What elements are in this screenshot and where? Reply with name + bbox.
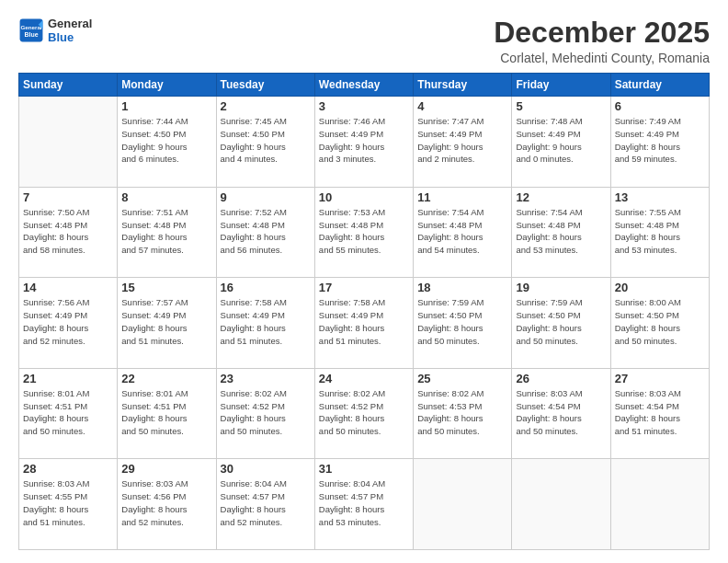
calendar-cell: 3Sunrise: 7:46 AM Sunset: 4:49 PM Daylig… <box>314 97 413 188</box>
calendar-cell: 7Sunrise: 7:50 AM Sunset: 4:48 PM Daylig… <box>19 187 118 278</box>
day-info: Sunrise: 7:46 AM Sunset: 4:49 PM Dayligh… <box>319 115 409 166</box>
calendar-cell: 11Sunrise: 7:54 AM Sunset: 4:48 PM Dayli… <box>414 187 512 278</box>
calendar-week-row: 28Sunrise: 8:03 AM Sunset: 4:55 PM Dayli… <box>19 459 710 550</box>
calendar-cell: 20Sunrise: 8:00 AM Sunset: 4:50 PM Dayli… <box>610 278 709 369</box>
day-number: 15 <box>121 281 211 294</box>
day-number: 21 <box>23 372 113 385</box>
weekday-header: Friday <box>512 74 610 97</box>
day-info: Sunrise: 7:44 AM Sunset: 4:50 PM Dayligh… <box>121 115 211 166</box>
calendar-cell: 17Sunrise: 7:58 AM Sunset: 4:49 PM Dayli… <box>314 278 413 369</box>
calendar-cell: 22Sunrise: 8:01 AM Sunset: 4:51 PM Dayli… <box>118 368 216 459</box>
day-info: Sunrise: 7:52 AM Sunset: 4:48 PM Dayligh… <box>221 206 311 257</box>
calendar-cell: 2Sunrise: 7:45 AM Sunset: 4:50 PM Daylig… <box>216 97 314 188</box>
svg-text:Blue: Blue <box>24 31 38 38</box>
calendar-cell: 12Sunrise: 7:54 AM Sunset: 4:48 PM Dayli… <box>512 187 610 278</box>
calendar-cell <box>512 459 610 550</box>
day-number: 1 <box>121 99 211 113</box>
day-number: 29 <box>121 462 211 476</box>
logo: General Blue General Blue <box>18 17 92 44</box>
calendar-week-row: 21Sunrise: 8:01 AM Sunset: 4:51 PM Dayli… <box>19 368 710 459</box>
day-number: 31 <box>319 462 409 476</box>
day-number: 11 <box>417 190 507 204</box>
day-number: 14 <box>23 281 113 294</box>
calendar-cell: 28Sunrise: 8:03 AM Sunset: 4:55 PM Dayli… <box>19 459 118 550</box>
weekday-header: Monday <box>118 74 216 97</box>
day-info: Sunrise: 8:04 AM Sunset: 4:57 PM Dayligh… <box>319 477 409 528</box>
weekday-header-row: SundayMondayTuesdayWednesdayThursdayFrid… <box>19 74 710 97</box>
calendar-cell: 9Sunrise: 7:52 AM Sunset: 4:48 PM Daylig… <box>216 187 314 278</box>
day-info: Sunrise: 8:03 AM Sunset: 4:54 PM Dayligh… <box>516 387 606 438</box>
calendar-cell: 5Sunrise: 7:48 AM Sunset: 4:49 PM Daylig… <box>512 97 610 188</box>
calendar-cell: 18Sunrise: 7:59 AM Sunset: 4:50 PM Dayli… <box>414 278 512 369</box>
calendar-cell: 24Sunrise: 8:02 AM Sunset: 4:52 PM Dayli… <box>314 368 413 459</box>
calendar-cell: 21Sunrise: 8:01 AM Sunset: 4:51 PM Dayli… <box>19 368 118 459</box>
calendar-week-row: 1Sunrise: 7:44 AM Sunset: 4:50 PM Daylig… <box>19 97 710 188</box>
day-info: Sunrise: 8:01 AM Sunset: 4:51 PM Dayligh… <box>121 387 211 438</box>
calendar-cell: 4Sunrise: 7:47 AM Sunset: 4:49 PM Daylig… <box>414 97 512 188</box>
logo-icon: General Blue <box>18 17 44 43</box>
day-info: Sunrise: 8:02 AM Sunset: 4:53 PM Dayligh… <box>417 387 507 438</box>
calendar-cell: 30Sunrise: 8:04 AM Sunset: 4:57 PM Dayli… <box>216 459 314 550</box>
day-number: 28 <box>23 462 113 476</box>
calendar-cell: 15Sunrise: 7:57 AM Sunset: 4:49 PM Dayli… <box>118 278 216 369</box>
day-number: 4 <box>417 99 507 113</box>
day-info: Sunrise: 7:58 AM Sunset: 4:49 PM Dayligh… <box>319 296 409 347</box>
day-info: Sunrise: 8:04 AM Sunset: 4:57 PM Dayligh… <box>221 477 311 528</box>
calendar-cell: 19Sunrise: 7:59 AM Sunset: 4:50 PM Dayli… <box>512 278 610 369</box>
day-info: Sunrise: 7:51 AM Sunset: 4:48 PM Dayligh… <box>121 206 211 257</box>
day-info: Sunrise: 8:03 AM Sunset: 4:54 PM Dayligh… <box>615 387 705 438</box>
weekday-header: Wednesday <box>314 74 413 97</box>
day-number: 23 <box>221 372 311 385</box>
calendar-cell: 6Sunrise: 7:49 AM Sunset: 4:49 PM Daylig… <box>610 97 709 188</box>
weekday-header: Sunday <box>19 74 118 97</box>
calendar-cell: 26Sunrise: 8:03 AM Sunset: 4:54 PM Dayli… <box>512 368 610 459</box>
calendar-cell: 13Sunrise: 7:55 AM Sunset: 4:48 PM Dayli… <box>610 187 709 278</box>
calendar-cell: 8Sunrise: 7:51 AM Sunset: 4:48 PM Daylig… <box>118 187 216 278</box>
day-number: 17 <box>319 281 409 294</box>
day-info: Sunrise: 7:54 AM Sunset: 4:48 PM Dayligh… <box>417 206 507 257</box>
calendar-cell: 14Sunrise: 7:56 AM Sunset: 4:49 PM Dayli… <box>19 278 118 369</box>
day-number: 13 <box>615 190 705 204</box>
day-number: 10 <box>319 190 409 204</box>
day-number: 20 <box>615 281 705 294</box>
weekday-header: Tuesday <box>216 74 314 97</box>
day-number: 27 <box>615 372 705 385</box>
page: General Blue General Blue December 2025 … <box>0 0 728 563</box>
weekday-header: Saturday <box>610 74 709 97</box>
day-number: 5 <box>516 99 606 113</box>
day-info: Sunrise: 7:53 AM Sunset: 4:48 PM Dayligh… <box>319 206 409 257</box>
day-info: Sunrise: 8:02 AM Sunset: 4:52 PM Dayligh… <box>319 387 409 438</box>
day-info: Sunrise: 8:01 AM Sunset: 4:51 PM Dayligh… <box>23 387 113 438</box>
day-info: Sunrise: 7:59 AM Sunset: 4:50 PM Dayligh… <box>516 296 606 347</box>
day-number: 22 <box>121 372 211 385</box>
day-number: 8 <box>121 190 211 204</box>
day-number: 30 <box>221 462 311 476</box>
day-info: Sunrise: 8:03 AM Sunset: 4:55 PM Dayligh… <box>23 477 113 528</box>
day-number: 2 <box>221 99 311 113</box>
weekday-header: Thursday <box>414 74 512 97</box>
day-number: 24 <box>319 372 409 385</box>
calendar-cell: 10Sunrise: 7:53 AM Sunset: 4:48 PM Dayli… <box>314 187 413 278</box>
day-info: Sunrise: 8:03 AM Sunset: 4:56 PM Dayligh… <box>121 477 211 528</box>
calendar-cell: 27Sunrise: 8:03 AM Sunset: 4:54 PM Dayli… <box>610 368 709 459</box>
location: Corlatel, Mehedinti County, Romania <box>494 51 710 65</box>
day-info: Sunrise: 7:59 AM Sunset: 4:50 PM Dayligh… <box>417 296 507 347</box>
calendar-cell: 23Sunrise: 8:02 AM Sunset: 4:52 PM Dayli… <box>216 368 314 459</box>
day-info: Sunrise: 8:00 AM Sunset: 4:50 PM Dayligh… <box>615 296 705 347</box>
day-info: Sunrise: 7:54 AM Sunset: 4:48 PM Dayligh… <box>516 206 606 257</box>
calendar-cell <box>414 459 512 550</box>
calendar-table: SundayMondayTuesdayWednesdayThursdayFrid… <box>18 73 710 550</box>
day-info: Sunrise: 7:47 AM Sunset: 4:49 PM Dayligh… <box>417 115 507 166</box>
calendar-cell: 25Sunrise: 8:02 AM Sunset: 4:53 PM Dayli… <box>414 368 512 459</box>
day-info: Sunrise: 7:48 AM Sunset: 4:49 PM Dayligh… <box>516 115 606 166</box>
day-info: Sunrise: 7:50 AM Sunset: 4:48 PM Dayligh… <box>23 206 113 257</box>
day-number: 9 <box>221 190 311 204</box>
day-number: 18 <box>417 281 507 294</box>
day-info: Sunrise: 7:49 AM Sunset: 4:49 PM Dayligh… <box>615 115 705 166</box>
day-info: Sunrise: 7:55 AM Sunset: 4:48 PM Dayligh… <box>615 206 705 257</box>
day-info: Sunrise: 7:58 AM Sunset: 4:49 PM Dayligh… <box>221 296 311 347</box>
day-number: 16 <box>221 281 311 294</box>
calendar-cell: 16Sunrise: 7:58 AM Sunset: 4:49 PM Dayli… <box>216 278 314 369</box>
calendar-week-row: 7Sunrise: 7:50 AM Sunset: 4:48 PM Daylig… <box>19 187 710 278</box>
day-info: Sunrise: 7:45 AM Sunset: 4:50 PM Dayligh… <box>221 115 311 166</box>
